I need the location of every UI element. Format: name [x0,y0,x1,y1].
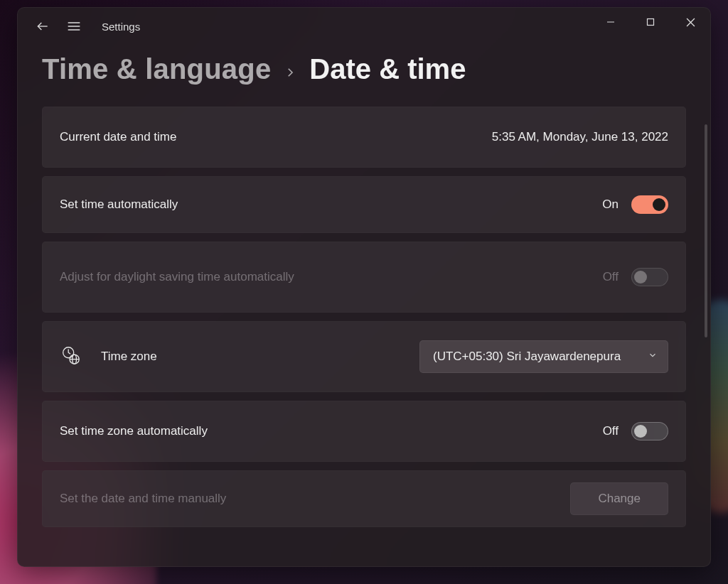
time-zone-label: Time zone [101,350,157,364]
window-controls [591,8,710,36]
breadcrumb: Time & language Date & time [42,53,686,85]
globe-clock-icon [60,345,81,369]
time-zone-row: Time zone (UTC+05:30) Sri Jayawardenepur… [42,321,686,392]
set-time-auto-label: Set time automatically [60,198,178,212]
change-button[interactable]: Change [570,482,668,515]
chevron-down-icon [648,350,658,364]
maximize-button[interactable] [631,8,670,36]
time-zone-selected: (UTC+05:30) Sri Jayawardenepura [433,350,621,363]
back-button[interactable] [31,14,55,38]
dst-auto-toggle [631,268,668,286]
maximize-icon [646,18,655,26]
set-tz-auto-label: Set time zone automatically [60,424,208,438]
dst-auto-state: Off [603,270,619,284]
current-datetime-label: Current date and time [60,130,176,144]
set-time-auto-state: On [602,198,619,212]
close-icon [686,18,695,27]
set-manual-row: Set the date and time manually Change [42,470,686,527]
dst-auto-row: Adjust for daylight saving time automati… [42,242,686,313]
dst-auto-label: Adjust for daylight saving time automati… [60,270,294,284]
content-area: Time & language Date & time Current date… [18,45,710,566]
time-zone-dropdown[interactable]: (UTC+05:30) Sri Jayawardenepura [419,340,668,373]
hamburger-icon [67,21,81,32]
window-title: Settings [102,21,140,33]
breadcrumb-current: Date & time [309,53,466,85]
current-datetime-row: Current date and time 5:35 AM, Monday, J… [42,107,686,168]
minimize-icon [606,18,615,26]
chevron-right-icon [284,62,296,84]
set-manual-label: Set the date and time manually [60,492,226,506]
set-tz-auto-row: Set time zone automatically Off [42,401,686,462]
breadcrumb-parent[interactable]: Time & language [42,53,271,85]
arrow-left-icon [36,19,50,33]
svg-rect-5 [648,19,654,26]
titlebar: Settings [18,8,710,45]
settings-window: Settings Time & language Date & time Cur… [17,7,711,567]
close-button[interactable] [670,8,710,36]
set-time-auto-row: Set time automatically On [42,176,686,233]
nav-menu-button[interactable] [62,14,86,38]
current-datetime-value: 5:35 AM, Monday, June 13, 2022 [492,130,668,144]
set-tz-auto-state: Off [603,424,619,438]
scrollbar[interactable] [705,124,707,337]
set-tz-auto-toggle[interactable] [631,422,668,440]
set-time-auto-toggle[interactable] [631,195,668,214]
minimize-button[interactable] [591,8,631,36]
